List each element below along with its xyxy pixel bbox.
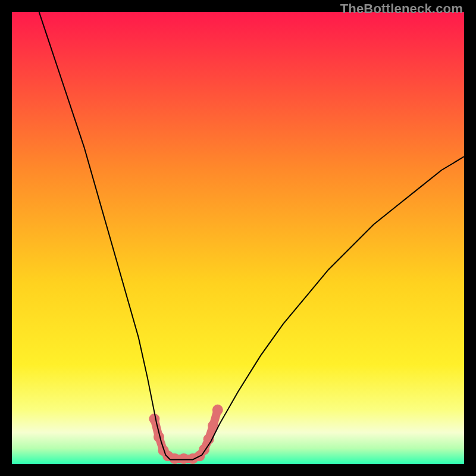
svg-point-0 [149, 414, 159, 424]
chart-frame [12, 12, 464, 464]
gradient-background [12, 12, 464, 464]
bottleneck-chart [12, 12, 464, 464]
watermark-text: TheBottleneck.com [340, 1, 463, 17]
svg-point-11 [212, 405, 223, 415]
